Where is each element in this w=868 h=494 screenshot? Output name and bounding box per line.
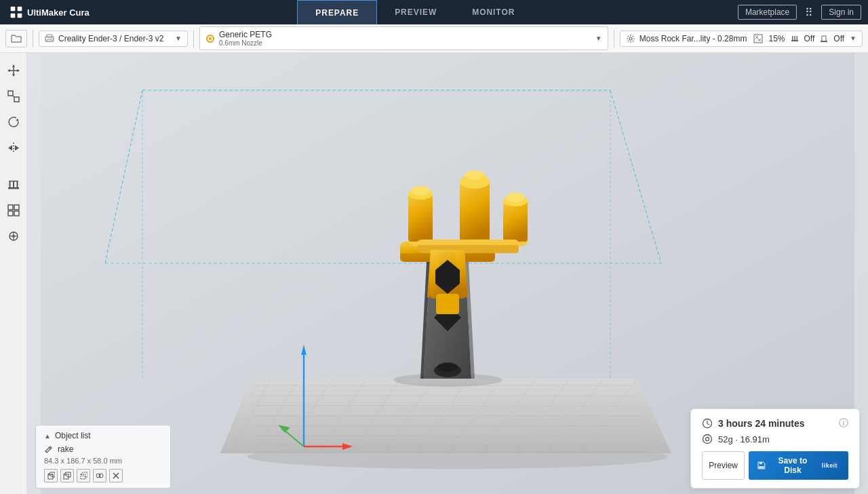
material-selector[interactable]: Generic PETG 0.6mm Nozzle ▼ xyxy=(199,26,608,50)
print-time: 3 hours 24 minutes xyxy=(718,418,805,429)
grid-menu-button[interactable]: ⠿ xyxy=(801,5,817,20)
settings-section[interactable]: Moss Rock Far...lity - 0.28mm 15% Off Of… xyxy=(620,31,863,47)
material-name: Generic PETG xyxy=(219,30,272,39)
save-label: Save to Disk xyxy=(769,456,816,475)
svg-rect-18 xyxy=(796,36,797,41)
profile-name: Moss Rock Far...lity - 0.28mm xyxy=(639,34,747,43)
top-nav: PREPARE PREVIEW MONITOR xyxy=(99,0,731,24)
svg-point-88 xyxy=(437,362,458,372)
obj-icon-3[interactable] xyxy=(77,469,90,482)
svg-marker-32 xyxy=(8,145,12,151)
collapse-icon: ▲ xyxy=(44,432,51,440)
svg-point-10 xyxy=(629,37,632,40)
svg-point-7 xyxy=(52,37,53,39)
settings-icon xyxy=(626,34,635,43)
per-model-settings-tool[interactable] xyxy=(3,200,24,221)
toolbar: Creality Ender-3 / Ender-3 v2 ▼ Generic … xyxy=(0,24,868,53)
printer-selector[interactable]: Creality Ender-3 / Ender-3 v2 ▼ xyxy=(39,31,188,47)
obj-icon-1[interactable] xyxy=(44,469,58,482)
svg-point-9 xyxy=(209,37,212,40)
nav-monitor[interactable]: MONITOR xyxy=(454,0,532,24)
svg-rect-17 xyxy=(794,36,795,41)
adhesion-label: Off xyxy=(833,34,844,43)
svg-rect-1 xyxy=(18,7,22,12)
svg-marker-25 xyxy=(7,69,10,72)
marketplace-button[interactable]: Marketplace xyxy=(738,5,797,20)
move-tool[interactable] xyxy=(3,60,24,81)
save-icon xyxy=(757,461,766,470)
nav-prepare[interactable]: PREPARE xyxy=(297,0,377,24)
svg-rect-35 xyxy=(9,181,10,188)
print-weight-length: 52g · 16.91m xyxy=(718,434,770,444)
material-icon xyxy=(205,34,215,43)
obj-delete-icon xyxy=(112,472,120,480)
svg-rect-111 xyxy=(436,294,459,314)
save-button[interactable]: Save to Disk likeit xyxy=(749,451,848,480)
svg-marker-30 xyxy=(16,119,18,121)
logo-icon xyxy=(9,5,23,19)
obj-xray-icon xyxy=(79,472,87,480)
svg-rect-98 xyxy=(408,194,433,242)
print-time-row: 3 hours 24 minutes ⓘ xyxy=(702,417,848,430)
obj-icon-4[interactable] xyxy=(93,469,106,482)
nav-preview[interactable]: PREVIEW xyxy=(377,0,454,24)
svg-rect-2 xyxy=(11,14,16,18)
obj-wireframe-icon xyxy=(63,472,71,480)
object-name: rake xyxy=(58,444,73,454)
svg-point-123 xyxy=(99,474,103,478)
material-arrow: ▼ xyxy=(595,35,602,42)
arrange-tool[interactable] xyxy=(3,225,24,247)
scale-tool[interactable] xyxy=(3,86,24,107)
move-icon xyxy=(7,64,20,77)
supports-label: Off xyxy=(804,34,815,43)
open-file-button[interactable] xyxy=(5,30,27,48)
infill-icon xyxy=(753,34,763,43)
mirror-tool[interactable] xyxy=(3,137,24,159)
obj-merge-icon xyxy=(96,472,104,480)
rotate-tool[interactable] xyxy=(3,111,24,133)
object-list-header[interactable]: ▲ Object list xyxy=(44,431,162,440)
obj-icon-5[interactable] xyxy=(109,469,123,482)
svg-rect-0 xyxy=(11,7,16,12)
clock-icon xyxy=(702,418,713,429)
obj-cube-icon xyxy=(47,472,55,480)
svg-rect-102 xyxy=(503,201,528,242)
filament-icon xyxy=(702,434,713,444)
main-area: ▲ Object list rake 84.3 x 186.7 x 58.0 m… xyxy=(0,53,868,494)
settings-dropdown-arrow[interactable]: ▼ xyxy=(850,35,856,42)
svg-rect-42 xyxy=(14,211,19,216)
preview-button[interactable]: Preview xyxy=(702,451,745,480)
material-info: Generic PETG 0.6mm Nozzle xyxy=(219,30,272,47)
obj-icon-2[interactable] xyxy=(60,469,74,482)
toolbar-divider-3 xyxy=(614,30,614,48)
svg-rect-39 xyxy=(8,205,13,210)
signin-button[interactable]: Sign in xyxy=(821,5,861,20)
toolbar-divider-1 xyxy=(33,30,33,48)
svg-point-44 xyxy=(12,235,15,238)
app-title: UltiMaker Cura xyxy=(27,7,90,18)
svg-rect-16 xyxy=(792,36,793,41)
top-bar: UltiMaker Cura PREPARE PREVIEW MONITOR M… xyxy=(0,0,868,24)
support-tool[interactable] xyxy=(3,174,24,195)
printer-name: Creality Ender-3 / Ender-3 v2 xyxy=(58,34,163,43)
print-weight-row: 52g · 16.91m xyxy=(702,434,848,444)
infill-pct: 15% xyxy=(768,34,785,43)
svg-marker-26 xyxy=(17,69,20,72)
left-toolbar xyxy=(0,53,27,494)
print-actions: Preview Save to Disk likeit xyxy=(702,451,848,480)
svg-point-130 xyxy=(706,438,709,441)
svg-rect-36 xyxy=(13,181,14,188)
app-logo: UltiMaker Cura xyxy=(0,5,99,19)
svg-marker-24 xyxy=(12,74,15,77)
mirror-icon xyxy=(7,141,20,155)
info-icon[interactable]: ⓘ xyxy=(839,417,848,430)
svg-line-12 xyxy=(755,36,761,41)
toolbar-divider-2 xyxy=(193,30,194,48)
svg-point-104 xyxy=(506,193,525,202)
print-info-panel: 3 hours 24 minutes ⓘ 52g · 16.91m Previe… xyxy=(690,408,860,489)
viewport[interactable]: ▲ Object list rake 84.3 x 186.7 x 58.0 m… xyxy=(27,53,868,494)
svg-point-96 xyxy=(465,170,484,180)
settings-toggles: 15% Off Off ▼ xyxy=(753,34,856,43)
object-list-item: rake xyxy=(44,444,162,454)
svg-rect-20 xyxy=(822,36,826,41)
